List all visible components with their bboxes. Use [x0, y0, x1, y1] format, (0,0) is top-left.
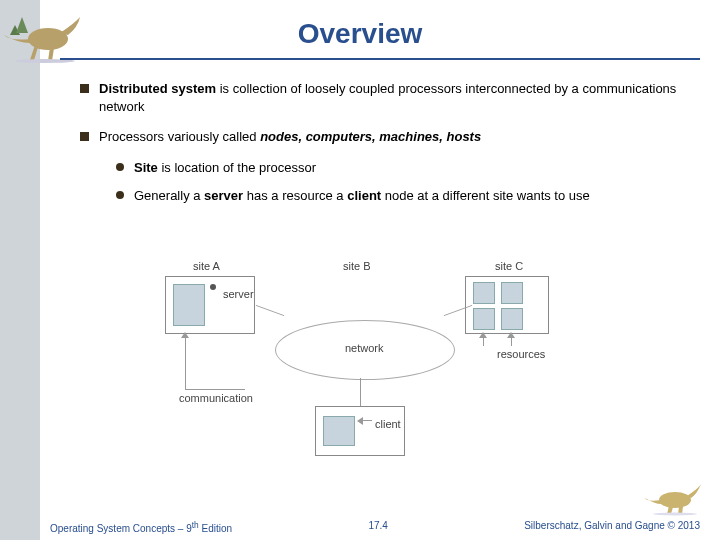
arrow-left-icon	[357, 417, 363, 425]
circle-bullet-icon	[116, 191, 124, 199]
text: Edition	[199, 523, 232, 534]
text: node at a different site wants to use	[381, 188, 590, 203]
line	[256, 305, 285, 316]
label-communication: communication	[179, 392, 253, 404]
arrow-up-icon	[181, 332, 189, 338]
text: 2013	[675, 520, 700, 531]
arrow-up-icon	[507, 332, 515, 338]
text: is location of the processor	[158, 160, 316, 175]
label-network: network	[345, 342, 384, 354]
dot-icon	[210, 284, 216, 290]
resource-box	[473, 308, 495, 330]
label-resources: resources	[497, 348, 545, 360]
text-bold: client	[347, 188, 381, 203]
slide-content: Distributed system is collection of loos…	[80, 80, 690, 215]
line	[185, 334, 186, 389]
network-diagram: site A site C site B server resources cl…	[165, 260, 555, 480]
bullet-text: Generally a server has a resource a clie…	[134, 187, 590, 205]
resource-box	[501, 308, 523, 330]
text-bold: Site	[134, 160, 158, 175]
text: Silberschatz, Galvin and Gagne	[524, 520, 667, 531]
sub-bullet-item: Generally a server has a resource a clie…	[116, 187, 690, 205]
resource-box	[473, 282, 495, 304]
box-server	[173, 284, 205, 326]
line	[360, 378, 361, 406]
label-server: server	[223, 288, 254, 300]
text-bold-italic: nodes, computers, machines, hosts	[260, 129, 481, 144]
text: Generally a	[134, 188, 204, 203]
square-bullet-icon	[80, 84, 89, 93]
footer-page-number: 17.4	[232, 520, 524, 534]
label-site-b: site B	[343, 260, 371, 272]
arrow-up-icon	[479, 332, 487, 338]
bullet-item: Distributed system is collection of loos…	[80, 80, 690, 116]
title-underline	[60, 58, 700, 60]
resource-box	[501, 282, 523, 304]
svg-point-2	[659, 492, 691, 508]
footer-right: Silberschatz, Galvin and Gagne © 2013	[524, 520, 700, 534]
text: Processors variously called	[99, 129, 260, 144]
label-client: client	[375, 418, 401, 430]
footer-left: Operating System Concepts – 9th Edition	[50, 520, 232, 534]
text: has a resource a	[243, 188, 347, 203]
line	[185, 389, 245, 390]
label-site-c: site C	[495, 260, 523, 272]
bullet-text: Processors variously called nodes, compu…	[99, 128, 481, 146]
circle-bullet-icon	[116, 163, 124, 171]
text: Operating System Concepts – 9	[50, 523, 192, 534]
box-client	[323, 416, 355, 446]
bullet-text: Distributed system is collection of loos…	[99, 80, 690, 116]
svg-point-3	[653, 513, 697, 516]
text: ©	[668, 520, 675, 531]
bullet-item: Processors variously called nodes, compu…	[80, 128, 690, 146]
square-bullet-icon	[80, 132, 89, 141]
label-site-a: site A	[193, 260, 220, 272]
sub-bullet-item: Site is location of the processor	[116, 159, 690, 177]
slide-footer: Operating System Concepts – 9th Edition …	[50, 520, 700, 534]
text-sup: th	[192, 520, 199, 530]
text-bold: server	[204, 188, 243, 203]
slide-title: Overview	[0, 18, 720, 50]
dinosaur-footer-icon	[645, 480, 705, 516]
bullet-text: Site is location of the processor	[134, 159, 316, 177]
sidebar-stripe	[0, 0, 40, 540]
text-bold: Distributed system	[99, 81, 216, 96]
